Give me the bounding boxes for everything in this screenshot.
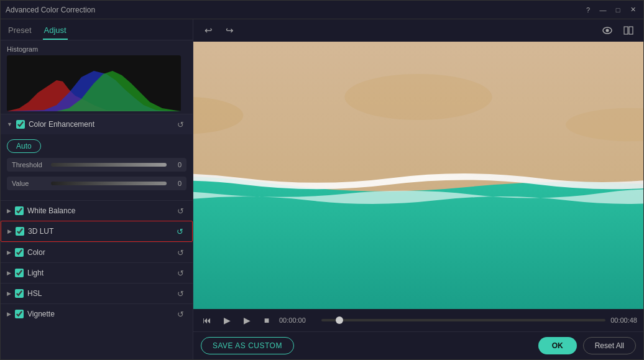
tabs-bar: Preset Adjust <box>1 19 193 40</box>
color-reset-button[interactable]: ↺ <box>174 246 186 259</box>
white-balance-checkbox[interactable] <box>15 206 24 215</box>
window-controls: ? — □ ✕ <box>582 4 638 16</box>
light-checkbox[interactable] <box>15 269 24 277</box>
undo-button[interactable]: ↩ <box>200 22 217 39</box>
end-time: 00:00:48 <box>610 316 637 324</box>
tab-adjust[interactable]: Adjust <box>43 23 68 40</box>
sidebar-item-vignette[interactable]: ▶ Vignette ↺ <box>1 303 193 324</box>
close-button[interactable]: ✕ <box>627 4 638 16</box>
white-balance-left: ▶ White Balance <box>7 206 75 215</box>
value-display: 0 <box>172 180 182 187</box>
play-alt-button[interactable]: ▶ <box>239 313 254 328</box>
window-title: Advanced Color Correction <box>6 6 95 14</box>
light-reset-button[interactable]: ↺ <box>174 267 186 279</box>
white-balance-reset-button[interactable]: ↺ <box>174 205 186 217</box>
bottom-bar: SAVE AS CUSTOM OK Reset All <box>193 331 643 359</box>
svg-rect-2 <box>624 27 628 34</box>
color-left: ▶ Color <box>7 248 45 257</box>
eye-button[interactable] <box>599 22 616 39</box>
chevron-right-icon: ▶ <box>7 208 11 214</box>
minimize-button[interactable]: — <box>597 4 609 16</box>
sidebar-item-hsl[interactable]: ▶ HSL ↺ <box>1 283 193 303</box>
undo-redo-group: ↩ ↪ <box>200 22 238 39</box>
chevron-right-light-icon: ▶ <box>7 270 11 276</box>
main-content: Preset Adjust Histogram <box>1 19 643 359</box>
threshold-slider-row: Threshold 0 <box>7 158 186 172</box>
color-enhancement-left: ▼ Color Enhancement <box>7 120 94 129</box>
3d-lut-label: 3D LUT <box>28 227 53 236</box>
sidebar-item-3d-lut[interactable]: ▶ 3D LUT ↺ <box>1 221 193 242</box>
auto-button[interactable]: Auto <box>7 139 41 153</box>
color-enhancement-label: Color Enhancement <box>29 120 94 129</box>
step-back-button[interactable]: ⏮ <box>200 313 214 328</box>
play-button[interactable]: ▶ <box>219 313 234 328</box>
current-time: 00:00:00 <box>279 316 316 324</box>
view-controls-group <box>599 22 637 39</box>
bottom-right-buttons: OK Reset All <box>538 337 636 354</box>
chevron-right-vignette-icon: ▶ <box>7 311 11 317</box>
histogram-label: Histogram <box>7 45 186 53</box>
svg-point-6 <box>344 74 492 120</box>
sidebar-item-light[interactable]: ▶ Light ↺ <box>1 262 193 283</box>
threshold-value: 0 <box>172 161 182 168</box>
threshold-label: Threshold <box>12 161 46 168</box>
white-balance-label: White Balance <box>27 206 75 215</box>
threshold-slider-container: Threshold 0 <box>7 158 186 172</box>
vignette-reset-button[interactable]: ↺ <box>174 308 186 320</box>
progress-thumb[interactable] <box>336 316 343 324</box>
3d-lut-left: ▶ 3D LUT <box>7 227 53 236</box>
value-slider-container: Value 0 <box>7 177 186 190</box>
color-checkbox[interactable] <box>15 248 24 257</box>
sidebar-item-white-balance[interactable]: ▶ White Balance ↺ <box>1 200 193 221</box>
histogram-canvas <box>7 55 181 111</box>
light-left: ▶ Light <box>7 269 44 277</box>
histogram-section: Histogram <box>1 40 193 114</box>
reset-all-button[interactable]: Reset All <box>583 337 636 354</box>
tab-preset[interactable]: Preset <box>7 23 33 40</box>
compare-button[interactable] <box>620 22 637 39</box>
value-label: Value <box>12 180 46 187</box>
3d-lut-checkbox[interactable] <box>16 227 24 236</box>
svg-rect-3 <box>629 27 633 34</box>
color-enhancement-header[interactable]: ▼ Color Enhancement ↺ <box>1 114 193 134</box>
titlebar: Advanced Color Correction ? — □ ✕ <box>1 1 643 19</box>
3d-lut-reset-button[interactable]: ↺ <box>173 225 186 238</box>
sidebar-item-color[interactable]: ▶ Color ↺ <box>1 242 193 262</box>
maximize-button[interactable]: □ <box>612 4 623 16</box>
chevron-down-icon: ▼ <box>7 121 12 127</box>
vignette-checkbox[interactable] <box>15 310 24 318</box>
playback-bar: ⏮ ▶ ▶ ■ 00:00:00 00:00:48 <box>193 309 643 331</box>
hsl-checkbox[interactable] <box>15 289 24 298</box>
threshold-slider-track[interactable] <box>51 163 167 167</box>
color-enhancement-checkbox[interactable] <box>16 120 25 129</box>
vignette-left: ▶ Vignette <box>7 310 55 318</box>
value-slider-track[interactable] <box>51 182 167 185</box>
hsl-label: HSL <box>27 289 42 298</box>
panel-scroll[interactable]: Histogram ▼ <box>1 40 193 359</box>
save-as-custom-button[interactable]: SAVE AS CUSTOM <box>201 337 294 354</box>
video-toolbar: ↩ ↪ <box>193 19 643 42</box>
eye-icon <box>602 27 612 34</box>
left-panel: Preset Adjust Histogram <box>1 19 193 359</box>
stop-button[interactable]: ■ <box>259 313 274 328</box>
color-label: Color <box>27 248 45 257</box>
ok-button[interactable]: OK <box>538 337 577 354</box>
svg-point-1 <box>606 29 609 32</box>
compare-icon <box>623 26 633 35</box>
hsl-reset-button[interactable]: ↺ <box>174 287 186 300</box>
chevron-right-color-icon: ▶ <box>7 249 11 256</box>
value-slider-row: Value 0 <box>7 177 186 190</box>
redo-button[interactable]: ↪ <box>221 22 238 39</box>
histogram-svg <box>7 55 181 111</box>
light-label: Light <box>27 269 44 277</box>
main-window: Advanced Color Correction ? — □ ✕ Preset… <box>0 0 644 360</box>
chevron-right-3dlut-icon: ▶ <box>7 228 12 234</box>
help-button[interactable]: ? <box>582 4 594 16</box>
color-enhancement-reset-button[interactable]: ↺ <box>174 118 186 131</box>
progress-track[interactable] <box>321 319 605 321</box>
hsl-left: ▶ HSL <box>7 289 42 298</box>
color-enhancement-body: Auto Threshold 0 Value <box>1 134 193 200</box>
video-preview-area <box>193 42 643 309</box>
vignette-label: Vignette <box>27 310 55 318</box>
chevron-right-hsl-icon: ▶ <box>7 290 11 297</box>
